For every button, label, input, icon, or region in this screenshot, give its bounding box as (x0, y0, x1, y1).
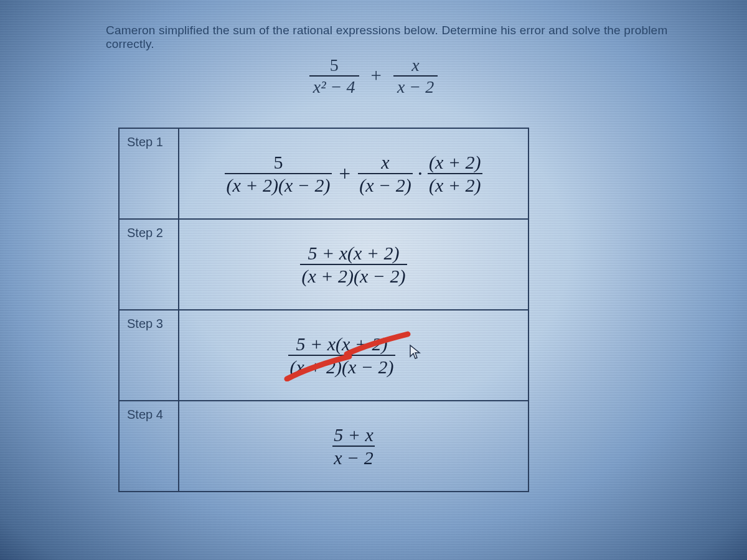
step-content: 5 + x(x + 2) (x + 2)(x − 2) (179, 310, 529, 401)
original-expression: 5 x² − 4 + x x − 2 (0, 56, 747, 96)
step2-expression: 5 + x(x + 2) (x + 2)(x − 2) (190, 233, 517, 296)
step3-num: 5 + x(x + 2) (288, 334, 395, 357)
step2-den: (x + 2)(x − 2) (300, 265, 406, 286)
step1-b-den: (x − 2) (358, 174, 413, 195)
orig-right-fraction: x x − 2 (393, 56, 438, 96)
step-content: 5 + x x − 2 (179, 401, 529, 492)
orig-right-num: x (393, 56, 438, 77)
step2-num: 5 + x(x + 2) (300, 243, 406, 266)
step3-den: (x + 2)(x − 2) (288, 356, 395, 377)
step2-fraction: 5 + x(x + 2) (x + 2)(x − 2) (300, 243, 406, 286)
table-row: Step 4 5 + x x − 2 (119, 401, 529, 492)
orig-left-num: 5 (309, 56, 359, 77)
step1-a-den: (x + 2)(x − 2) (225, 174, 331, 195)
step1-frac-c: (x + 2) (x + 2) (428, 152, 482, 195)
step1-expression: 5 (x + 2)(x − 2) + x (x − 2) · (x + 2) (… (190, 142, 517, 205)
steps-table: Step 1 5 (x + 2)(x − 2) + x (x − 2) · (x… (118, 128, 529, 492)
table-row: Step 3 5 + x(x + 2) (x + 2)(x − 2) (119, 310, 529, 401)
table-row: Step 1 5 (x + 2)(x − 2) + x (x − 2) · (x… (119, 128, 529, 219)
step4-expression: 5 + x x − 2 (190, 415, 517, 477)
step4-den: x − 2 (332, 447, 375, 468)
step-content: 5 + x(x + 2) (x + 2)(x − 2) (179, 219, 529, 310)
step-label: Step 2 (119, 219, 179, 310)
step4-fraction: 5 + x x − 2 (332, 425, 375, 468)
plus-operator: + (334, 162, 356, 185)
table-row: Step 2 5 + x(x + 2) (x + 2)(x − 2) (119, 219, 529, 310)
step1-frac-b: x (x − 2) (358, 152, 413, 195)
problem-prompt: Cameron simplified the sum of the ration… (106, 24, 710, 51)
step-label: Step 3 (119, 310, 179, 401)
step1-c-den: (x + 2) (428, 174, 482, 195)
dot-operator: · (415, 162, 425, 185)
orig-left-fraction: 5 x² − 4 (309, 56, 359, 96)
plus-operator: + (366, 65, 387, 87)
step1-frac-a: 5 (x + 2)(x − 2) (225, 152, 331, 195)
step3-expression: 5 + x(x + 2) (x + 2)(x − 2) (190, 324, 517, 386)
step-label: Step 1 (119, 128, 179, 219)
step-label: Step 4 (119, 401, 179, 492)
step-content: 5 (x + 2)(x − 2) + x (x − 2) · (x + 2) (… (179, 128, 529, 219)
step4-num: 5 + x (332, 425, 375, 447)
orig-right-den: x − 2 (393, 77, 438, 96)
step1-a-num: 5 (225, 152, 331, 175)
step1-c-num: (x + 2) (428, 152, 482, 175)
orig-left-den: x² − 4 (309, 77, 359, 96)
step3-fraction-with-cancellation: 5 + x(x + 2) (x + 2)(x − 2) (286, 334, 397, 377)
cursor-icon (409, 343, 421, 360)
step1-b-num: x (358, 152, 413, 175)
step3-fraction: 5 + x(x + 2) (x + 2)(x − 2) (288, 334, 395, 377)
